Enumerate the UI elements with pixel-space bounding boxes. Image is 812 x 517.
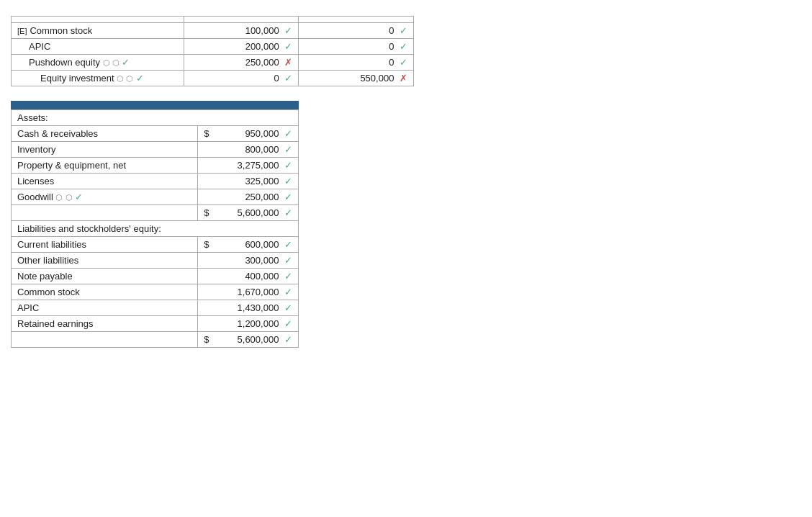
table-row: APIC1,430,000 ✓ <box>12 300 299 316</box>
description-cell: Equity investment ⬡ ⬡ ✓ <box>12 71 184 86</box>
cbs-label-cell: Common stock <box>12 284 198 300</box>
cbs-value-cell: 400,000 ✓ <box>198 269 299 284</box>
debit-cell: 0 ✓ <box>184 71 299 86</box>
cbs-value-cell: 1,670,000 ✓ <box>198 284 299 300</box>
table-row: Note payable400,000 ✓ <box>12 269 299 284</box>
part-c-table: [E]Common stock100,000 ✓0 ✓APIC200,000 ✓… <box>11 16 414 86</box>
check-icon: ✓ <box>122 57 130 68</box>
col-header-debit <box>184 17 299 23</box>
check-icon: ✓ <box>136 73 144 84</box>
cbs-value-cell: 250,000 ✓ <box>198 189 299 205</box>
check-icon: ✓ <box>284 144 292 155</box>
arrows-icon[interactable]: ⬡ ⬡ <box>55 193 72 202</box>
dollar-sign: $ <box>204 128 209 139</box>
credit-cell: 0 ✓ <box>299 55 414 71</box>
row-prefix: [E] <box>17 27 27 35</box>
table-row: Retained earnings1,200,000 ✓ <box>12 316 299 332</box>
check-icon: ✓ <box>400 25 407 36</box>
cross-icon: ✗ <box>284 57 292 68</box>
cbs-value-cell: 800,000 ✓ <box>198 142 299 158</box>
table-row: Pushdown equity ⬡ ⬡ ✓250,000 ✗0 ✓ <box>12 55 414 71</box>
check-icon: ✓ <box>284 176 292 186</box>
row-label: Equity investment <box>40 73 114 84</box>
liabilities-label: Liabilities and stockholders' equity: <box>12 221 299 237</box>
consolidated-balance-sheet: Assets:Cash & receivables$950,000 ✓Inven… <box>11 101 299 348</box>
assets-label: Assets: <box>12 110 299 126</box>
cbs-label-cell <box>12 205 198 221</box>
check-icon: ✓ <box>284 128 292 139</box>
row-label: Common stock <box>30 25 92 36</box>
assets-section-label: Assets: <box>12 110 299 126</box>
table-row: Common stock1,670,000 ✓ <box>12 284 299 300</box>
check-icon: ✓ <box>284 334 292 345</box>
table-row: Property & equipment, net3,275,000 ✓ <box>12 158 299 174</box>
table-row: Goodwill ⬡ ⬡ ✓250,000 ✓ <box>12 189 299 205</box>
check-icon: ✓ <box>284 25 292 36</box>
debit-cell: 100,000 ✓ <box>184 23 299 39</box>
credit-cell: 0 ✓ <box>299 39 414 55</box>
dollar-sign: $ <box>204 207 209 218</box>
check-icon: ✓ <box>284 318 292 329</box>
cbs-label-cell: Note payable <box>12 269 198 284</box>
cbs-value-cell: 1,200,000 ✓ <box>198 316 299 332</box>
cbs-label-cell: Licenses <box>12 174 198 189</box>
check-icon: ✓ <box>284 41 292 52</box>
cbs-label-cell <box>12 332 198 348</box>
cbs-label-cell: Inventory <box>12 142 198 158</box>
cbs-value-cell: $5,600,000 ✓ <box>198 332 299 348</box>
description-cell: [E]Common stock <box>12 23 184 39</box>
cbs-label-cell: Property & equipment, net <box>12 158 198 174</box>
cbs-value-cell: 325,000 ✓ <box>198 174 299 189</box>
check-icon: ✓ <box>284 302 292 313</box>
cbs-label-cell: Current liabilities <box>12 237 198 253</box>
row-label: APIC <box>29 41 50 52</box>
cbs-label-cell: Goodwill ⬡ ⬡ ✓ <box>12 189 198 205</box>
check-icon: ✓ <box>284 271 292 282</box>
debit-cell: 250,000 ✗ <box>184 55 299 71</box>
dollar-sign: $ <box>204 334 209 345</box>
cbs-value-cell: 3,275,000 ✓ <box>198 158 299 174</box>
cbs-value-cell: 300,000 ✓ <box>198 253 299 269</box>
check-icon: ✓ <box>284 239 292 250</box>
cross-icon: ✗ <box>400 73 407 84</box>
arrows-icon[interactable]: ⬡ ⬡ <box>103 58 119 67</box>
check-icon: ✓ <box>284 192 292 202</box>
cbs-value-cell: $600,000 ✓ <box>198 237 299 253</box>
cbs-label-cell: Cash & receivables <box>12 126 198 142</box>
dollar-sign: $ <box>204 239 209 250</box>
liability-total-row: $5,600,000 ✓ <box>12 332 299 348</box>
asset-total-row: $5,600,000 ✓ <box>12 205 299 221</box>
cbs-title <box>11 101 299 109</box>
check-icon: ✓ <box>284 207 292 218</box>
cbs-label-cell: Other liabilities <box>12 253 198 269</box>
check-icon: ✓ <box>284 73 292 84</box>
table-row: APIC200,000 ✓0 ✓ <box>12 39 414 55</box>
col-header-description <box>12 17 184 23</box>
cbs-value-cell: 1,430,000 ✓ <box>198 300 299 316</box>
cbs-value-cell: $950,000 ✓ <box>198 126 299 142</box>
check-icon: ✓ <box>284 160 292 171</box>
cbs-label-cell: Retained earnings <box>12 316 198 332</box>
cbs-table: Assets:Cash & receivables$950,000 ✓Inven… <box>11 109 299 348</box>
row-label: Pushdown equity <box>29 57 100 68</box>
cbs-value-cell: $5,600,000 ✓ <box>198 205 299 221</box>
check-icon: ✓ <box>400 57 407 68</box>
table-row: [E]Common stock100,000 ✓0 ✓ <box>12 23 414 39</box>
table-row: Current liabilities$600,000 ✓ <box>12 237 299 253</box>
col-header-credit <box>299 17 414 23</box>
check-icon: ✓ <box>75 192 83 202</box>
check-icon: ✓ <box>284 255 292 266</box>
table-row: Other liabilities300,000 ✓ <box>12 253 299 269</box>
table-row: Cash & receivables$950,000 ✓ <box>12 126 299 142</box>
description-cell: APIC <box>12 39 184 55</box>
check-icon: ✓ <box>284 287 292 297</box>
table-row: Equity investment ⬡ ⬡ ✓0 ✓550,000 ✗ <box>12 71 414 86</box>
credit-cell: 0 ✓ <box>299 23 414 39</box>
arrows-icon[interactable]: ⬡ ⬡ <box>117 74 133 83</box>
description-cell: Pushdown equity ⬡ ⬡ ✓ <box>12 55 184 71</box>
cbs-label-cell: APIC <box>12 300 198 316</box>
liabilities-section-label: Liabilities and stockholders' equity: <box>12 221 299 237</box>
credit-cell: 550,000 ✗ <box>299 71 414 86</box>
check-icon: ✓ <box>400 41 407 52</box>
table-row: Inventory800,000 ✓ <box>12 142 299 158</box>
